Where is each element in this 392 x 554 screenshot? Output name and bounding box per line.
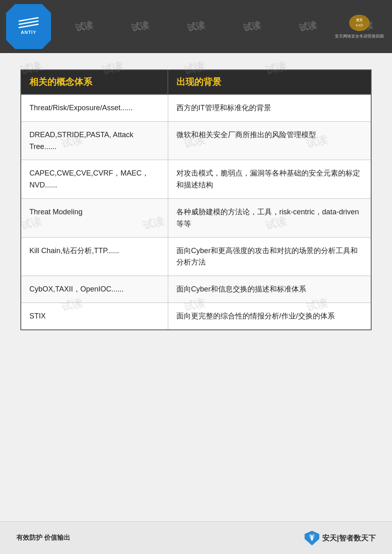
table-row: STIX 面向更完整的综合性的情报分析/作业/交换的体系 bbox=[21, 303, 371, 329]
table-cell-right-4: 面向Cyber和更高强度的攻击和对抗的场景的分析工具和分析方法 bbox=[168, 237, 371, 276]
table-row: DREAD,STRIDE,PASTA, Attack Tree...... 微软… bbox=[21, 121, 371, 160]
table-cell-right-6: 面向更完整的综合性的情报分析/作业/交换的体系 bbox=[168, 303, 371, 329]
footer-brand-text: 安天|智者数天下 bbox=[322, 533, 376, 543]
svg-text:冬训营: 冬训营 bbox=[356, 24, 363, 27]
table-cell-right-3: 各种威胁建模的方法论，工具，risk-centric，data-driven等等 bbox=[168, 198, 371, 237]
table-row: Threat Modeling 各种威胁建模的方法论，工具，risk-centr… bbox=[21, 198, 371, 237]
table-cell-right-5: 面向Cyber和信息交换的描述和标准体系 bbox=[168, 276, 371, 303]
footer-tagline: 有效防护 价值输出 bbox=[16, 534, 70, 542]
header-watermark-3: 试读 bbox=[130, 19, 150, 34]
table-cell-left-4: Kill Chain,钻石分析,TTP...... bbox=[21, 237, 168, 276]
table-cell-left-5: CybOX,TAXII，OpenIOC...... bbox=[21, 276, 168, 303]
header-right-logo: 安天 冬训营 安天网络安全冬训营第四期 bbox=[335, 14, 384, 39]
table-row: CAPEC,CWE,CVE,CVRF，MAEC，NVD...... 对攻击模式，… bbox=[21, 160, 371, 199]
svg-point-0 bbox=[349, 15, 370, 31]
table-row: Kill Chain,钻石分析,TTP...... 面向Cyber和更高强度的攻… bbox=[21, 237, 371, 276]
table-cell-right-2: 对攻击模式，脆弱点，漏洞等各种基础的安全元素的标定和描述结构 bbox=[168, 160, 371, 199]
table-row: CybOX,TAXII，OpenIOC...... 面向Cyber和信息交换的描… bbox=[21, 276, 371, 303]
table-cell-left-3: Threat Modeling bbox=[21, 198, 168, 237]
content-table: 相关的概念体系 出现的背景 Threat/Risk/Exposure/Asset… bbox=[20, 69, 372, 330]
footer-logo: 安天 安天|智者数天下 bbox=[304, 530, 376, 546]
col1-header: 相关的概念体系 bbox=[21, 70, 168, 94]
header-subtitle: 安天网络安全冬训营第四期 bbox=[335, 33, 384, 39]
logo-brand-text: ANTIY bbox=[21, 30, 36, 35]
table-body: Threat/Risk/Exposure/Asset...... 西方的IT管理… bbox=[21, 94, 371, 330]
table-cell-left-2: CAPEC,CWE,CVE,CVRF，MAEC，NVD...... bbox=[21, 160, 168, 199]
table-header-row: 相关的概念体系 出现的背景 bbox=[21, 70, 371, 94]
header-watermark-2: 试读 bbox=[74, 19, 94, 34]
header-watermark-container: 试读 试读 试读 试读 试读 试读 试读 bbox=[0, 0, 392, 53]
table-cell-left-1: DREAD,STRIDE,PASTA, Attack Tree...... bbox=[21, 121, 168, 160]
table-cell-left-6: STIX bbox=[21, 303, 168, 329]
header-watermark-5: 试读 bbox=[242, 19, 262, 34]
footer: 有效防护 价值输出 安天 安天|智者数天下 bbox=[0, 521, 392, 554]
col2-header: 出现的背景 bbox=[168, 70, 371, 94]
table-cell-left-0: Threat/Risk/Exposure/Asset...... bbox=[21, 94, 168, 121]
main-content: 试读 试读 试读 试读 试读 试读 试读 试读 试读 试读 试读 试读 试读 试… bbox=[0, 53, 392, 343]
table-row: Threat/Risk/Exposure/Asset...... 西方的IT管理… bbox=[21, 94, 371, 121]
logo-lines bbox=[18, 19, 39, 27]
svg-text:安天: 安天 bbox=[356, 18, 363, 22]
table-cell-right-1: 微软和相关安全厂商所推出的风险管理模型 bbox=[168, 121, 371, 160]
footer-logo-icon: 安天 bbox=[304, 530, 320, 546]
table-cell-right-0: 西方的IT管理和标准化的背景 bbox=[168, 94, 371, 121]
header: 试读 试读 试读 试读 试读 试读 试读 ANTIY 安天 冬训营 安天网络安全… bbox=[0, 0, 392, 53]
antiy-badge-icon: 安天 冬训营 bbox=[347, 14, 372, 32]
header-watermark-4: 试读 bbox=[186, 19, 206, 34]
header-watermark-6: 试读 bbox=[298, 19, 318, 34]
antiy-logo: ANTIY bbox=[6, 4, 51, 49]
